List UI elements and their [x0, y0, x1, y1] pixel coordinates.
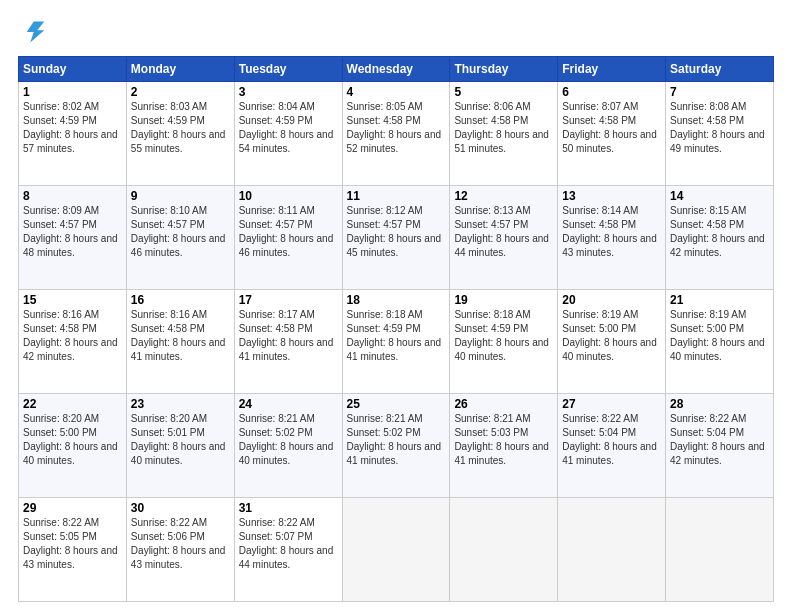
calendar-cell: 29 Sunrise: 8:22 AMSunset: 5:05 PMDaylig…	[19, 498, 127, 602]
calendar-cell	[450, 498, 558, 602]
day-detail: Sunrise: 8:22 AMSunset: 5:07 PMDaylight:…	[239, 517, 334, 570]
calendar-cell: 8 Sunrise: 8:09 AMSunset: 4:57 PMDayligh…	[19, 186, 127, 290]
weekday-header-sunday: Sunday	[19, 57, 127, 82]
day-number: 19	[454, 293, 553, 307]
day-detail: Sunrise: 8:10 AMSunset: 4:57 PMDaylight:…	[131, 205, 226, 258]
day-number: 4	[347, 85, 446, 99]
day-detail: Sunrise: 8:18 AMSunset: 4:59 PMDaylight:…	[454, 309, 549, 362]
day-detail: Sunrise: 8:03 AMSunset: 4:59 PMDaylight:…	[131, 101, 226, 154]
calendar-cell: 2 Sunrise: 8:03 AMSunset: 4:59 PMDayligh…	[126, 82, 234, 186]
day-detail: Sunrise: 8:04 AMSunset: 4:59 PMDaylight:…	[239, 101, 334, 154]
weekday-header-friday: Friday	[558, 57, 666, 82]
calendar-cell	[342, 498, 450, 602]
calendar-cell: 13 Sunrise: 8:14 AMSunset: 4:58 PMDaylig…	[558, 186, 666, 290]
day-number: 1	[23, 85, 122, 99]
calendar-table: SundayMondayTuesdayWednesdayThursdayFrid…	[18, 56, 774, 602]
day-number: 7	[670, 85, 769, 99]
day-number: 21	[670, 293, 769, 307]
day-detail: Sunrise: 8:16 AMSunset: 4:58 PMDaylight:…	[23, 309, 118, 362]
weekday-header-tuesday: Tuesday	[234, 57, 342, 82]
day-number: 2	[131, 85, 230, 99]
day-number: 25	[347, 397, 446, 411]
day-number: 22	[23, 397, 122, 411]
page: SundayMondayTuesdayWednesdayThursdayFrid…	[0, 0, 792, 612]
calendar-cell: 31 Sunrise: 8:22 AMSunset: 5:07 PMDaylig…	[234, 498, 342, 602]
day-number: 27	[562, 397, 661, 411]
day-detail: Sunrise: 8:15 AMSunset: 4:58 PMDaylight:…	[670, 205, 765, 258]
day-number: 17	[239, 293, 338, 307]
calendar-cell: 11 Sunrise: 8:12 AMSunset: 4:57 PMDaylig…	[342, 186, 450, 290]
calendar-cell: 9 Sunrise: 8:10 AMSunset: 4:57 PMDayligh…	[126, 186, 234, 290]
calendar-cell: 24 Sunrise: 8:21 AMSunset: 5:02 PMDaylig…	[234, 394, 342, 498]
calendar-cell: 3 Sunrise: 8:04 AMSunset: 4:59 PMDayligh…	[234, 82, 342, 186]
calendar-cell: 30 Sunrise: 8:22 AMSunset: 5:06 PMDaylig…	[126, 498, 234, 602]
weekday-header-saturday: Saturday	[666, 57, 774, 82]
calendar-cell: 21 Sunrise: 8:19 AMSunset: 5:00 PMDaylig…	[666, 290, 774, 394]
day-number: 6	[562, 85, 661, 99]
logo	[18, 18, 50, 46]
day-detail: Sunrise: 8:13 AMSunset: 4:57 PMDaylight:…	[454, 205, 549, 258]
day-detail: Sunrise: 8:08 AMSunset: 4:58 PMDaylight:…	[670, 101, 765, 154]
day-number: 10	[239, 189, 338, 203]
calendar-cell	[666, 498, 774, 602]
day-number: 18	[347, 293, 446, 307]
day-number: 9	[131, 189, 230, 203]
day-detail: Sunrise: 8:18 AMSunset: 4:59 PMDaylight:…	[347, 309, 442, 362]
weekday-header-monday: Monday	[126, 57, 234, 82]
calendar-cell: 25 Sunrise: 8:21 AMSunset: 5:02 PMDaylig…	[342, 394, 450, 498]
day-detail: Sunrise: 8:22 AMSunset: 5:04 PMDaylight:…	[562, 413, 657, 466]
day-detail: Sunrise: 8:14 AMSunset: 4:58 PMDaylight:…	[562, 205, 657, 258]
day-number: 5	[454, 85, 553, 99]
day-number: 15	[23, 293, 122, 307]
weekday-header-wednesday: Wednesday	[342, 57, 450, 82]
day-detail: Sunrise: 8:02 AMSunset: 4:59 PMDaylight:…	[23, 101, 118, 154]
day-number: 24	[239, 397, 338, 411]
day-number: 16	[131, 293, 230, 307]
day-number: 30	[131, 501, 230, 515]
logo-icon	[18, 18, 46, 46]
calendar-cell: 23 Sunrise: 8:20 AMSunset: 5:01 PMDaylig…	[126, 394, 234, 498]
day-number: 26	[454, 397, 553, 411]
calendar-cell: 17 Sunrise: 8:17 AMSunset: 4:58 PMDaylig…	[234, 290, 342, 394]
day-detail: Sunrise: 8:07 AMSunset: 4:58 PMDaylight:…	[562, 101, 657, 154]
day-detail: Sunrise: 8:05 AMSunset: 4:58 PMDaylight:…	[347, 101, 442, 154]
day-number: 11	[347, 189, 446, 203]
day-number: 31	[239, 501, 338, 515]
calendar-cell: 4 Sunrise: 8:05 AMSunset: 4:58 PMDayligh…	[342, 82, 450, 186]
calendar-cell: 22 Sunrise: 8:20 AMSunset: 5:00 PMDaylig…	[19, 394, 127, 498]
day-detail: Sunrise: 8:21 AMSunset: 5:02 PMDaylight:…	[347, 413, 442, 466]
calendar-cell: 26 Sunrise: 8:21 AMSunset: 5:03 PMDaylig…	[450, 394, 558, 498]
calendar-cell: 20 Sunrise: 8:19 AMSunset: 5:00 PMDaylig…	[558, 290, 666, 394]
day-detail: Sunrise: 8:19 AMSunset: 5:00 PMDaylight:…	[562, 309, 657, 362]
day-number: 13	[562, 189, 661, 203]
day-number: 23	[131, 397, 230, 411]
calendar-cell: 15 Sunrise: 8:16 AMSunset: 4:58 PMDaylig…	[19, 290, 127, 394]
calendar-cell: 6 Sunrise: 8:07 AMSunset: 4:58 PMDayligh…	[558, 82, 666, 186]
day-number: 20	[562, 293, 661, 307]
calendar-cell: 19 Sunrise: 8:18 AMSunset: 4:59 PMDaylig…	[450, 290, 558, 394]
day-number: 29	[23, 501, 122, 515]
day-number: 12	[454, 189, 553, 203]
day-number: 14	[670, 189, 769, 203]
calendar-cell: 10 Sunrise: 8:11 AMSunset: 4:57 PMDaylig…	[234, 186, 342, 290]
day-detail: Sunrise: 8:17 AMSunset: 4:58 PMDaylight:…	[239, 309, 334, 362]
day-detail: Sunrise: 8:20 AMSunset: 5:00 PMDaylight:…	[23, 413, 118, 466]
weekday-header-thursday: Thursday	[450, 57, 558, 82]
calendar-cell: 18 Sunrise: 8:18 AMSunset: 4:59 PMDaylig…	[342, 290, 450, 394]
calendar-cell: 7 Sunrise: 8:08 AMSunset: 4:58 PMDayligh…	[666, 82, 774, 186]
calendar-cell: 1 Sunrise: 8:02 AMSunset: 4:59 PMDayligh…	[19, 82, 127, 186]
day-detail: Sunrise: 8:22 AMSunset: 5:04 PMDaylight:…	[670, 413, 765, 466]
day-detail: Sunrise: 8:12 AMSunset: 4:57 PMDaylight:…	[347, 205, 442, 258]
day-detail: Sunrise: 8:06 AMSunset: 4:58 PMDaylight:…	[454, 101, 549, 154]
calendar-cell: 12 Sunrise: 8:13 AMSunset: 4:57 PMDaylig…	[450, 186, 558, 290]
calendar-cell: 28 Sunrise: 8:22 AMSunset: 5:04 PMDaylig…	[666, 394, 774, 498]
calendar-cell: 5 Sunrise: 8:06 AMSunset: 4:58 PMDayligh…	[450, 82, 558, 186]
day-detail: Sunrise: 8:21 AMSunset: 5:02 PMDaylight:…	[239, 413, 334, 466]
day-detail: Sunrise: 8:22 AMSunset: 5:05 PMDaylight:…	[23, 517, 118, 570]
day-detail: Sunrise: 8:16 AMSunset: 4:58 PMDaylight:…	[131, 309, 226, 362]
calendar-cell: 27 Sunrise: 8:22 AMSunset: 5:04 PMDaylig…	[558, 394, 666, 498]
day-number: 3	[239, 85, 338, 99]
day-detail: Sunrise: 8:19 AMSunset: 5:00 PMDaylight:…	[670, 309, 765, 362]
svg-marker-0	[27, 22, 45, 43]
day-number: 28	[670, 397, 769, 411]
